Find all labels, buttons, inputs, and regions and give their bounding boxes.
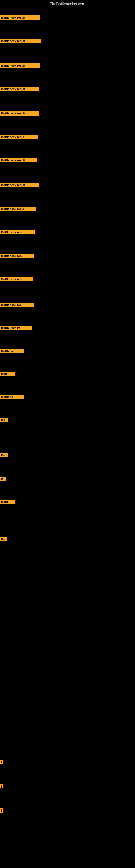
bottleneck-badge-5: Bottleneck result — [0, 111, 39, 116]
bottleneck-badge-23: | — [0, 760, 3, 764]
bottleneck-badge-22: Bo — [0, 537, 7, 541]
bottleneck-badge-9: Bottleneck resul — [0, 207, 36, 211]
bottleneck-badge-13: Bottleneck res — [0, 303, 34, 307]
bottleneck-badge-21: Bottl — [0, 500, 15, 504]
bottleneck-badge-16: Bott — [0, 372, 15, 376]
bottleneck-badge-6: Bottleneck resul — [0, 135, 38, 139]
bottleneck-badge-17: Bottlene — [0, 395, 24, 399]
bottleneck-badge-8: Bottleneck result — [0, 183, 39, 187]
bottleneck-badge-7: Bottleneck result — [0, 158, 37, 162]
bottleneck-badge-10: Bottleneck resu — [0, 230, 35, 235]
bottleneck-badge-19: Bo — [0, 453, 8, 457]
bottleneck-badge-18: Bo — [0, 418, 8, 422]
site-title: TheBottlenecker.com — [0, 0, 135, 7]
bottleneck-badge-11: Bottleneck resu — [0, 254, 34, 258]
bottleneck-badge-2: Bottleneck result — [0, 39, 41, 43]
bottleneck-badge-20: B — [0, 476, 6, 481]
bottleneck-badge-25: | — [0, 808, 3, 813]
bottleneck-badge-4: Bottleneck result — [0, 87, 39, 91]
bottleneck-badge-12: Bottleneck res — [0, 277, 33, 281]
bottleneck-badge-1: Bottleneck result — [0, 16, 41, 20]
bottleneck-badge-15: Bottlenec — [0, 349, 24, 353]
bottleneck-badge-24: | — [0, 784, 3, 788]
bottleneck-badge-3: Bottleneck result — [0, 63, 40, 68]
bottleneck-badge-14: Bottleneck re — [0, 326, 32, 330]
